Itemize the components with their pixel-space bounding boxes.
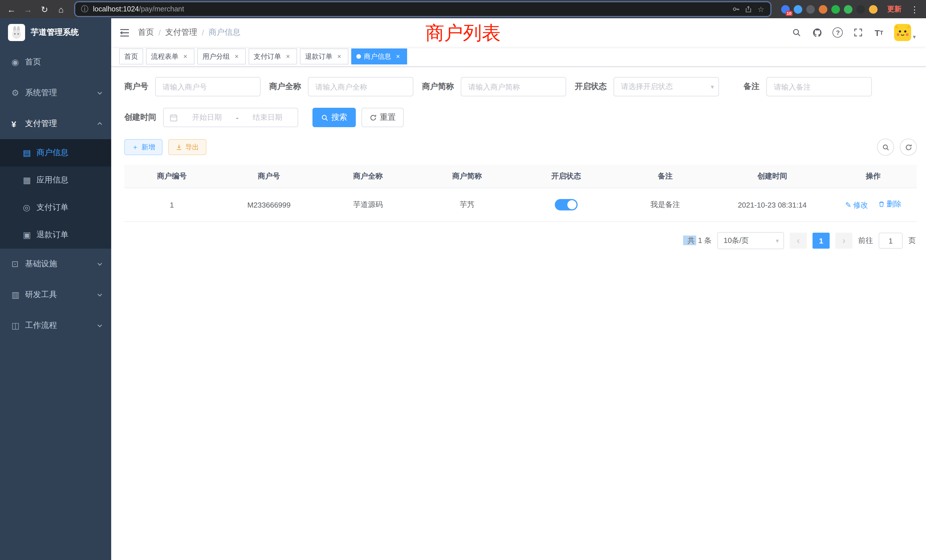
total-text: 共 1 条: [683, 236, 712, 246]
extension-icon[interactable]: [806, 5, 815, 14]
sidebar-item-home[interactable]: ◉ 首页: [0, 47, 111, 77]
tab-user-group[interactable]: 用户分组×: [197, 48, 246, 64]
edit-pencil-icon: ✎: [845, 201, 852, 210]
address-bar[interactable]: ⓘ localhost:1024/pay/merchant ☆: [75, 2, 770, 16]
browser-toolbar: ← → ↻ ⌂ ⓘ localhost:1024/pay/merchant ☆ …: [0, 0, 926, 18]
merchant-shortname-input[interactable]: [461, 77, 566, 96]
screen: ← → ↻ ⌂ ⓘ localhost:1024/pay/merchant ☆ …: [0, 0, 926, 560]
cell-status: [517, 188, 616, 221]
gear-icon: ⚙: [11, 88, 25, 98]
goto-page-input[interactable]: [879, 233, 903, 249]
home-icon[interactable]: ⌂: [55, 3, 67, 15]
next-page-button[interactable]: ›: [835, 233, 852, 249]
extension-icon[interactable]: [844, 5, 852, 14]
status-select[interactable]: 请选择开启状态 ▾: [614, 77, 719, 96]
sidebar-item-pay-orders[interactable]: ◎ 支付订单: [0, 194, 111, 221]
refresh-button[interactable]: [900, 139, 917, 156]
browser-menu-icon[interactable]: ⋮: [909, 3, 920, 15]
page-size-select[interactable]: 10条/页 ▾: [717, 232, 784, 249]
page-number-button[interactable]: 1: [813, 233, 830, 249]
field-label: 商户号: [124, 82, 148, 92]
table-header-row: 商户编号 商户号 商户全称 商户简称 开启状态 备注 创建时间 操作: [124, 165, 917, 188]
forward-icon[interactable]: →: [22, 3, 34, 15]
column-header: 开启状态: [517, 165, 616, 188]
card-icon: ▤: [23, 148, 36, 158]
status-toggle[interactable]: [555, 199, 578, 210]
help-icon[interactable]: ?: [832, 27, 843, 38]
prev-page-button[interactable]: ‹: [790, 233, 807, 249]
chevron-down-icon: ▾: [776, 237, 779, 244]
download-icon: [176, 144, 183, 151]
font-size-icon[interactable]: TT: [873, 27, 884, 38]
sidebar-item-workflow[interactable]: ◫ 工作流程: [0, 310, 111, 341]
close-icon[interactable]: ×: [233, 53, 241, 61]
chevron-down-icon: [96, 322, 103, 329]
cell-merchant-id: 1: [124, 188, 219, 221]
fullscreen-icon[interactable]: [853, 27, 864, 38]
hamburger-icon[interactable]: [119, 27, 130, 38]
field-label: 商户简称: [422, 82, 454, 92]
add-button[interactable]: ＋ 新增: [124, 139, 162, 155]
delete-link[interactable]: 删除: [878, 199, 902, 210]
reload-icon[interactable]: ↻: [39, 3, 50, 15]
extension-icon[interactable]: [794, 5, 802, 14]
sidebar-item-infrastructure[interactable]: ⊡ 基础设施: [0, 249, 111, 279]
site-info-icon[interactable]: ⓘ: [80, 5, 89, 14]
column-header: 创建时间: [715, 165, 830, 188]
merchant-fullname-input[interactable]: [308, 77, 413, 96]
breadcrumb-current: 商户信息: [209, 27, 241, 38]
edit-link[interactable]: ✎修改: [845, 200, 868, 210]
sidebar-item-app-info[interactable]: ▦ 应用信息: [0, 166, 111, 194]
sidebar-item-payment[interactable]: ¥ 支付管理: [0, 108, 111, 139]
extension-icon[interactable]: [856, 5, 865, 14]
tab-pay-orders[interactable]: 支付订单×: [249, 48, 297, 64]
chevron-down-icon: [96, 89, 103, 96]
table-toolbar: ＋ 新增 导出: [124, 139, 917, 156]
tab-merchant-info[interactable]: 商户信息×: [351, 48, 407, 64]
search-button[interactable]: 搜索: [312, 108, 356, 127]
tab-process-form[interactable]: 流程表单×: [146, 48, 194, 64]
toggle-search-button[interactable]: [877, 139, 894, 156]
export-button[interactable]: 导出: [168, 139, 206, 155]
field-label: 商户全称: [269, 82, 301, 92]
search-icon[interactable]: [791, 27, 802, 38]
browser-update-button[interactable]: 更新: [887, 4, 902, 14]
tab-refund-orders[interactable]: 退款订单×: [300, 48, 348, 64]
page-content: 商户号 商户全称 商户简称 开启状态 请选择开启状态: [111, 67, 926, 560]
extension-icon[interactable]: [869, 5, 878, 14]
back-icon[interactable]: ←: [6, 3, 17, 15]
field-label: 开启状态: [575, 82, 607, 92]
merchant-no-input[interactable]: [155, 77, 260, 96]
sidebar-item-merchant-info[interactable]: ▤ 商户信息: [0, 139, 111, 166]
calendar-icon: [169, 113, 178, 122]
top-navbar: 首页 / 支付管理 / 商户信息 ?: [111, 18, 926, 47]
bookmark-star-icon[interactable]: ☆: [757, 5, 765, 14]
sidebar-item-dev-tools[interactable]: ▥ 研发工具: [0, 279, 111, 310]
share-icon[interactable]: [744, 5, 753, 14]
user-menu[interactable]: ▾: [894, 24, 916, 41]
breadcrumb-home[interactable]: 首页: [138, 27, 154, 38]
remark-input[interactable]: [766, 77, 872, 96]
breadcrumb-payment[interactable]: 支付管理: [165, 27, 197, 38]
password-key-icon[interactable]: [732, 5, 740, 14]
navbar-actions: ? TT ▾: [791, 24, 926, 41]
tab-home[interactable]: 首页: [119, 48, 143, 64]
reset-button[interactable]: 重置: [362, 108, 404, 127]
close-icon[interactable]: ×: [335, 53, 343, 61]
pagination: 共 1 条 10条/页 ▾ ‹ 1 › 前往 页: [124, 232, 917, 249]
close-icon[interactable]: ×: [284, 53, 292, 61]
close-icon[interactable]: ×: [394, 53, 402, 61]
extension-icon[interactable]: [819, 5, 828, 14]
column-header: 操作: [830, 165, 917, 188]
app-logo[interactable]: 芋道管理系统: [0, 18, 111, 47]
close-icon[interactable]: ×: [181, 53, 189, 61]
github-icon[interactable]: [812, 27, 823, 38]
active-dot: [356, 54, 361, 59]
sidebar-item-system[interactable]: ⚙ 系统管理: [0, 77, 111, 108]
extension-icon[interactable]: 10: [781, 5, 790, 14]
payment-submenu: ▤ 商户信息 ▦ 应用信息 ◎ 支付订单 ▣ 退款订单: [0, 139, 111, 249]
create-time-range-picker[interactable]: 开始日期 - 结束日期: [163, 108, 298, 127]
sidebar-item-refund-orders[interactable]: ▣ 退款订单: [0, 221, 111, 249]
extension-icon[interactable]: [831, 5, 840, 14]
chevron-down-icon: [96, 260, 103, 268]
